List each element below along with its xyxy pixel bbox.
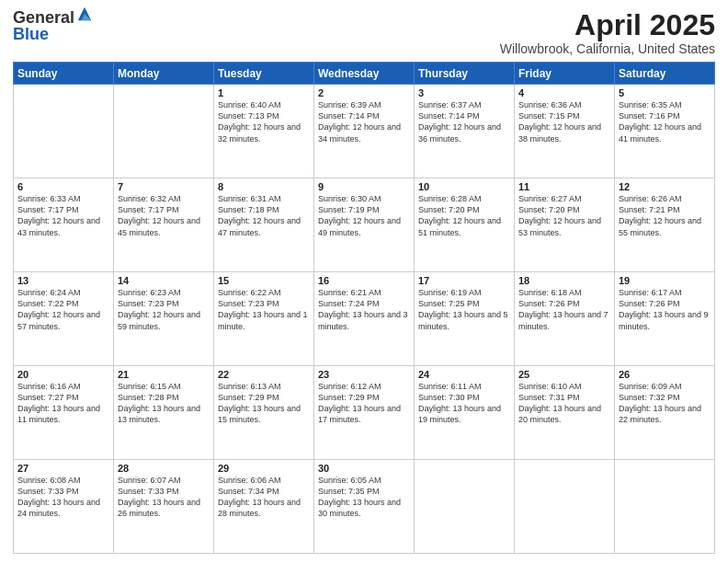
calendar-table: SundayMondayTuesdayWednesdayThursdayFrid… (13, 62, 715, 554)
subtitle: Willowbrook, California, United States (500, 41, 715, 56)
day-info: Sunrise: 6:13 AM Sunset: 7:29 PM Dayligh… (218, 381, 310, 426)
header: General Blue April 2025 Willowbrook, Cal… (13, 9, 715, 56)
day-number: 28 (118, 463, 210, 474)
calendar-week-row-3: 13Sunrise: 6:24 AM Sunset: 7:22 PM Dayli… (14, 272, 715, 366)
calendar-cell: 30Sunrise: 6:05 AM Sunset: 7:35 PM Dayli… (314, 460, 415, 554)
page: General Blue April 2025 Willowbrook, Cal… (0, 0, 728, 563)
weekday-header-thursday: Thursday (415, 63, 515, 85)
day-number: 24 (418, 369, 510, 380)
day-number: 25 (518, 369, 610, 380)
day-number: 5 (619, 87, 711, 98)
calendar-cell: 8Sunrise: 6:31 AM Sunset: 7:18 PM Daylig… (214, 178, 314, 272)
day-number: 22 (218, 369, 310, 380)
calendar-cell: 29Sunrise: 6:06 AM Sunset: 7:34 PM Dayli… (214, 460, 314, 554)
day-info: Sunrise: 6:22 AM Sunset: 7:23 PM Dayligh… (218, 287, 310, 332)
day-info: Sunrise: 6:23 AM Sunset: 7:23 PM Dayligh… (118, 287, 210, 332)
day-info: Sunrise: 6:05 AM Sunset: 7:35 PM Dayligh… (318, 475, 410, 520)
day-info: Sunrise: 6:19 AM Sunset: 7:25 PM Dayligh… (418, 287, 510, 332)
day-number: 13 (17, 275, 109, 286)
calendar-cell: 9Sunrise: 6:30 AM Sunset: 7:19 PM Daylig… (314, 178, 415, 272)
day-info: Sunrise: 6:26 AM Sunset: 7:21 PM Dayligh… (619, 193, 711, 238)
calendar-cell: 3Sunrise: 6:37 AM Sunset: 7:14 PM Daylig… (415, 85, 515, 178)
calendar-week-row-4: 20Sunrise: 6:16 AM Sunset: 7:27 PM Dayli… (14, 366, 715, 460)
weekday-header-wednesday: Wednesday (314, 63, 415, 85)
day-info: Sunrise: 6:35 AM Sunset: 7:16 PM Dayligh… (619, 99, 711, 144)
logo-general-text: General (13, 9, 74, 26)
weekday-header-saturday: Saturday (615, 63, 715, 85)
calendar-cell: 11Sunrise: 6:27 AM Sunset: 7:20 PM Dayli… (515, 178, 615, 272)
calendar-cell: 16Sunrise: 6:21 AM Sunset: 7:24 PM Dayli… (314, 272, 415, 366)
day-info: Sunrise: 6:24 AM Sunset: 7:22 PM Dayligh… (17, 287, 109, 332)
logo: General Blue (13, 9, 93, 42)
calendar-cell: 15Sunrise: 6:22 AM Sunset: 7:23 PM Dayli… (214, 272, 314, 366)
day-info: Sunrise: 6:11 AM Sunset: 7:30 PM Dayligh… (418, 381, 510, 426)
day-info: Sunrise: 6:07 AM Sunset: 7:33 PM Dayligh… (118, 475, 210, 520)
day-number: 9 (318, 181, 410, 192)
day-info: Sunrise: 6:37 AM Sunset: 7:14 PM Dayligh… (418, 99, 510, 144)
day-info: Sunrise: 6:40 AM Sunset: 7:13 PM Dayligh… (218, 99, 310, 144)
day-number: 27 (17, 463, 109, 474)
day-number: 29 (218, 463, 310, 474)
calendar-cell (14, 85, 114, 178)
day-number: 3 (418, 87, 510, 98)
day-number: 6 (17, 181, 109, 192)
day-info: Sunrise: 6:31 AM Sunset: 7:18 PM Dayligh… (218, 193, 310, 238)
weekday-header-row: SundayMondayTuesdayWednesdayThursdayFrid… (14, 63, 715, 85)
calendar-cell (615, 460, 715, 554)
calendar-cell: 5Sunrise: 6:35 AM Sunset: 7:16 PM Daylig… (615, 85, 715, 178)
day-number: 17 (418, 275, 510, 286)
calendar-cell: 10Sunrise: 6:28 AM Sunset: 7:20 PM Dayli… (415, 178, 515, 272)
logo-icon (76, 6, 93, 22)
day-info: Sunrise: 6:08 AM Sunset: 7:33 PM Dayligh… (17, 475, 109, 520)
calendar-week-row-1: 1Sunrise: 6:40 AM Sunset: 7:13 PM Daylig… (14, 85, 715, 178)
calendar-cell: 26Sunrise: 6:09 AM Sunset: 7:32 PM Dayli… (615, 366, 715, 460)
day-info: Sunrise: 6:27 AM Sunset: 7:20 PM Dayligh… (518, 193, 610, 238)
calendar-cell: 1Sunrise: 6:40 AM Sunset: 7:13 PM Daylig… (214, 85, 314, 178)
day-number: 21 (118, 369, 210, 380)
weekday-header-tuesday: Tuesday (214, 63, 314, 85)
day-info: Sunrise: 6:39 AM Sunset: 7:14 PM Dayligh… (318, 99, 410, 144)
day-number: 10 (418, 181, 510, 192)
calendar-week-row-2: 6Sunrise: 6:33 AM Sunset: 7:17 PM Daylig… (14, 178, 715, 272)
day-number: 7 (118, 181, 210, 192)
calendar-cell: 17Sunrise: 6:19 AM Sunset: 7:25 PM Dayli… (415, 272, 515, 366)
day-info: Sunrise: 6:17 AM Sunset: 7:26 PM Dayligh… (619, 287, 711, 332)
calendar-cell: 28Sunrise: 6:07 AM Sunset: 7:33 PM Dayli… (114, 460, 214, 554)
day-number: 18 (518, 275, 610, 286)
calendar-cell: 23Sunrise: 6:12 AM Sunset: 7:29 PM Dayli… (314, 366, 415, 460)
day-info: Sunrise: 6:30 AM Sunset: 7:19 PM Dayligh… (318, 193, 410, 238)
calendar-cell: 21Sunrise: 6:15 AM Sunset: 7:28 PM Dayli… (114, 366, 214, 460)
day-number: 8 (218, 181, 310, 192)
calendar-cell: 27Sunrise: 6:08 AM Sunset: 7:33 PM Dayli… (14, 460, 114, 554)
weekday-header-monday: Monday (114, 63, 214, 85)
calendar-cell: 13Sunrise: 6:24 AM Sunset: 7:22 PM Dayli… (14, 272, 114, 366)
day-info: Sunrise: 6:36 AM Sunset: 7:15 PM Dayligh… (518, 99, 610, 144)
day-info: Sunrise: 6:32 AM Sunset: 7:17 PM Dayligh… (118, 193, 210, 238)
calendar-cell (415, 460, 515, 554)
day-info: Sunrise: 6:28 AM Sunset: 7:20 PM Dayligh… (418, 193, 510, 238)
day-number: 20 (17, 369, 109, 380)
month-title: April 2025 (500, 9, 715, 41)
calendar-cell: 25Sunrise: 6:10 AM Sunset: 7:31 PM Dayli… (515, 366, 615, 460)
day-number: 14 (118, 275, 210, 286)
calendar-cell: 2Sunrise: 6:39 AM Sunset: 7:14 PM Daylig… (314, 85, 415, 178)
calendar-cell: 14Sunrise: 6:23 AM Sunset: 7:23 PM Dayli… (114, 272, 214, 366)
day-number: 16 (318, 275, 410, 286)
calendar-cell: 4Sunrise: 6:36 AM Sunset: 7:15 PM Daylig… (515, 85, 615, 178)
day-info: Sunrise: 6:18 AM Sunset: 7:26 PM Dayligh… (518, 287, 610, 332)
day-info: Sunrise: 6:09 AM Sunset: 7:32 PM Dayligh… (619, 381, 711, 426)
day-number: 4 (518, 87, 610, 98)
calendar-cell: 7Sunrise: 6:32 AM Sunset: 7:17 PM Daylig… (114, 178, 214, 272)
calendar-cell: 20Sunrise: 6:16 AM Sunset: 7:27 PM Dayli… (14, 366, 114, 460)
calendar-cell: 19Sunrise: 6:17 AM Sunset: 7:26 PM Dayli… (615, 272, 715, 366)
day-number: 12 (619, 181, 711, 192)
calendar-cell: 22Sunrise: 6:13 AM Sunset: 7:29 PM Dayli… (214, 366, 314, 460)
day-number: 30 (318, 463, 410, 474)
calendar-week-row-5: 27Sunrise: 6:08 AM Sunset: 7:33 PM Dayli… (14, 460, 715, 554)
day-number: 1 (218, 87, 310, 98)
calendar-cell: 6Sunrise: 6:33 AM Sunset: 7:17 PM Daylig… (14, 178, 114, 272)
calendar-cell: 12Sunrise: 6:26 AM Sunset: 7:21 PM Dayli… (615, 178, 715, 272)
day-number: 26 (619, 369, 711, 380)
logo-blue-text: Blue (13, 26, 74, 42)
day-number: 11 (518, 181, 610, 192)
